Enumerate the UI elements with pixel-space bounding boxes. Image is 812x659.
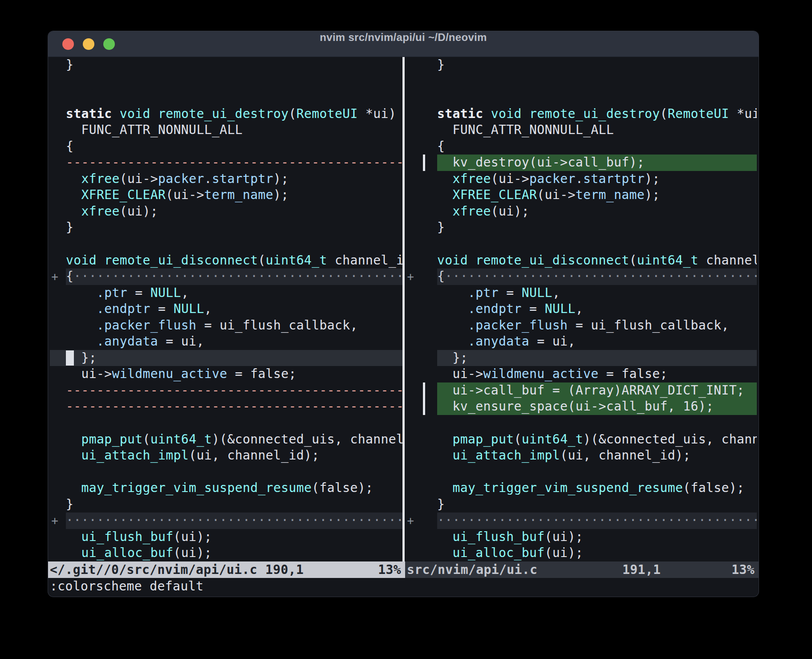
code-line: ui_alloc_buf(ui); <box>406 545 757 561</box>
gutter <box>406 89 437 106</box>
gutter <box>50 73 66 90</box>
gutter <box>406 220 437 236</box>
gutter <box>50 447 66 464</box>
command-line[interactable]: :colorscheme default <box>48 578 759 594</box>
statusline-right: src/nvim/api/ui.c 191,1 13% <box>405 561 759 578</box>
fold-line[interactable]: +·······································… <box>50 513 402 529</box>
gutter <box>406 138 437 155</box>
gutter <box>406 122 437 138</box>
gutter <box>50 187 66 203</box>
code-line: ui_alloc_buf(ui); <box>50 545 402 561</box>
gutter <box>50 496 66 513</box>
code-line: kv_destroy(ui->call_buf); <box>406 155 757 171</box>
code-line: .endptr = NULL, <box>406 301 757 317</box>
code-line: xfree(ui->packer.startptr); <box>406 171 757 187</box>
fold-closed-icon[interactable]: + <box>406 268 414 285</box>
gutter <box>406 415 437 431</box>
gutter <box>406 57 437 73</box>
gutter <box>50 89 66 106</box>
gutter <box>406 529 437 545</box>
statusline-right-position: 191,1 <box>622 561 661 578</box>
code-line: pmap_put(uint64_t)(&connected_uis, chann… <box>50 431 402 448</box>
gutter <box>406 317 437 334</box>
diff-pane-right[interactable]: }static void remote_ui_destroy(RemoteUI … <box>406 57 757 561</box>
code-line: .ptr = NULL, <box>406 285 757 301</box>
blank-line <box>406 464 757 480</box>
status-row: </.git//0/src/nvim/api/ui.c 190,1 13% sr… <box>48 561 759 578</box>
blank-line <box>406 73 757 90</box>
git-added-sign <box>423 155 425 171</box>
gutter <box>406 285 437 301</box>
diff-filler-dashes: ----------------------------------------… <box>66 155 402 170</box>
code-line: ui_flush_buf(ui); <box>406 529 757 545</box>
fold-closed-icon[interactable]: + <box>51 268 59 285</box>
fold-line[interactable]: +{······································… <box>50 268 402 285</box>
gutter <box>406 155 437 171</box>
code-line: ui_flush_buf(ui); <box>50 529 402 545</box>
gutter <box>50 399 66 415</box>
gutter <box>406 496 437 513</box>
gutter <box>50 285 66 301</box>
gutter <box>50 122 66 138</box>
gutter <box>406 73 437 90</box>
gutter <box>50 317 66 334</box>
gutter <box>406 187 437 203</box>
gutter <box>50 57 66 73</box>
diff-filler-dashes: ----------------------------------------… <box>66 383 402 398</box>
diff-pane-left[interactable]: }static void remote_ui_destroy(RemoteUI … <box>50 57 402 561</box>
gutter <box>406 236 437 252</box>
code-line: } <box>406 220 757 236</box>
gutter <box>406 480 437 496</box>
gutter <box>50 334 66 350</box>
gutter <box>50 252 66 269</box>
gutter <box>406 334 437 350</box>
gutter <box>50 203 66 220</box>
gutter <box>406 399 437 415</box>
fold-text: { <box>437 269 445 284</box>
gutter <box>406 106 437 122</box>
gutter <box>406 447 437 464</box>
fold-line[interactable]: +{······································… <box>406 268 757 285</box>
fold-fill-dots: ········································… <box>73 269 402 284</box>
gutter: + <box>406 513 437 529</box>
gutter <box>406 366 437 382</box>
gutter <box>50 301 66 317</box>
code-line: static void remote_ui_destroy(RemoteUI *… <box>406 106 757 122</box>
gutter <box>50 106 66 122</box>
gutter <box>406 545 437 561</box>
code-line: FUNC_ATTR_NONNULL_ALL <box>406 122 757 138</box>
title-bar[interactable]: nvim src/nvim/api/ui ~/D/neovim <box>48 31 759 57</box>
fold-fill-dots: ········································… <box>66 513 402 528</box>
cursor-block <box>66 350 74 366</box>
gutter <box>406 171 437 187</box>
code-line: }; <box>406 350 757 366</box>
diff-filler-line: ----------------------------------------… <box>50 382 402 399</box>
code-line: .packer_flush = ui_flush_callback, <box>406 317 757 334</box>
code-line: } <box>50 220 402 236</box>
gutter <box>50 366 66 382</box>
code-line: XFREE_CLEAR(ui->term_name); <box>50 187 402 203</box>
gutter: + <box>406 268 437 285</box>
gutter <box>406 464 437 480</box>
code-line: .anydata = ui, <box>406 334 757 350</box>
diff-filler-line: ----------------------------------------… <box>50 399 402 415</box>
gutter <box>50 220 66 236</box>
code-line: XFREE_CLEAR(ui->term_name); <box>406 187 757 203</box>
gutter <box>50 480 66 496</box>
gutter <box>50 155 66 171</box>
code-line: may_trigger_vim_suspend_resume(false); <box>50 480 402 496</box>
code-line: xfree(ui); <box>406 203 757 220</box>
gutter <box>406 382 437 399</box>
code-line: void remote_ui_disconnect(uint64_t chann… <box>50 252 402 269</box>
fold-closed-icon[interactable]: + <box>406 513 414 529</box>
gutter <box>50 350 66 366</box>
code-line: } <box>406 496 757 513</box>
window-separator[interactable] <box>402 57 405 561</box>
fold-closed-icon[interactable]: + <box>51 513 59 529</box>
code-line: } <box>50 57 402 73</box>
terminal-window: nvim src/nvim/api/ui ~/D/neovim }static … <box>48 31 759 597</box>
statusline-left-position: 190,1 <box>265 561 304 578</box>
fold-line[interactable]: +·······································… <box>406 513 757 529</box>
code-line: xfree(ui); <box>50 203 402 220</box>
blank-line <box>50 236 402 252</box>
